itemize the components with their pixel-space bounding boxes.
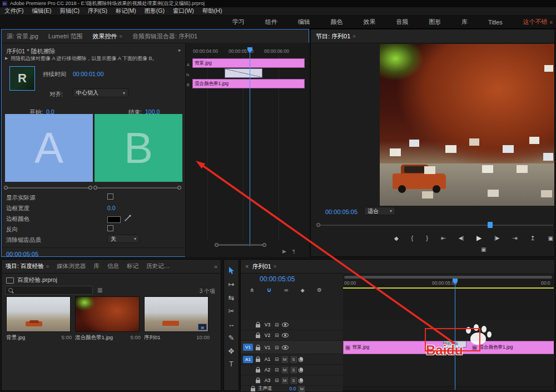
slip-tool[interactable]: ↔	[224, 317, 239, 331]
tab-source-monitor[interactable]: 源: 背景.jpg	[2, 29, 43, 43]
mini-clip-bottom[interactable]: 混合颜色带1.jpg	[192, 79, 305, 88]
solo-button[interactable]: S	[291, 378, 297, 384]
workspace-assembly[interactable]: 组件	[265, 18, 277, 26]
program-timecode[interactable]: 00:00:05:05	[325, 209, 358, 215]
panel-menu-icon[interactable]: ≡	[274, 264, 276, 269]
timeline-settings-icon[interactable]: ⚙	[317, 287, 322, 293]
track-select-forward-tool[interactable]: ↦	[224, 277, 239, 291]
eye-icon[interactable]	[282, 322, 289, 327]
track-label-v1[interactable]: V1	[263, 345, 272, 350]
timeline-play head-line[interactable]	[455, 279, 455, 390]
item-name[interactable]: 序列01	[144, 334, 161, 341]
reverse-checkbox[interactable]	[107, 225, 113, 231]
show-actual-sources-checkbox[interactable]	[107, 193, 113, 200]
menu-markers[interactable]: 标记(M)	[116, 7, 136, 15]
panel-menu-icon[interactable]: ≡	[353, 33, 355, 39]
end-slider-knob-right[interactable]	[177, 186, 181, 190]
tab-media-browser[interactable]: 媒体浏览器	[53, 260, 90, 273]
source-patch-empty[interactable]	[243, 321, 253, 329]
sync-lock-icon[interactable]: ⊟	[275, 345, 279, 350]
tab-audio-clip-mixer[interactable]: 音频剪辑混合器: 序列01	[127, 29, 202, 43]
lock-icon[interactable]	[256, 324, 260, 328]
program-playhead-marker[interactable]	[488, 222, 493, 228]
master-level-value[interactable]: 0.0	[290, 386, 296, 391]
tab-lumetri-scopes[interactable]: Lumetri 范围	[43, 29, 88, 43]
source-patch-empty[interactable]	[243, 332, 253, 339]
effect-controls-timecode[interactable]: 00:00:05:05	[6, 251, 38, 257]
mic-icon[interactable]	[300, 357, 302, 361]
snap-icon[interactable]: ∪	[267, 286, 272, 294]
end-slider-rail[interactable]	[96, 187, 180, 188]
antialias-dropdown[interactable]: 关 ▾	[107, 235, 140, 243]
start-slider-knob-left[interactable]	[4, 186, 8, 190]
mark-out-icon[interactable]: }	[426, 235, 428, 241]
panel-menu-icon[interactable]: ≡	[120, 33, 122, 39]
eyedropper-icon[interactable]	[124, 215, 131, 222]
end-slider-knob-left[interactable]	[93, 186, 97, 190]
mini-clip-top[interactable]: 背景.jpg	[192, 58, 305, 68]
border-width-value[interactable]: 0.0	[107, 205, 116, 211]
sync-lock-icon[interactable]: ⊟	[275, 367, 279, 373]
mute-button[interactable]: M	[299, 386, 305, 392]
search-input[interactable]	[5, 286, 93, 295]
sync-lock-icon[interactable]: ⊟	[275, 356, 279, 362]
track-label-a1[interactable]: A1	[263, 356, 272, 362]
sync-lock-icon[interactable]: ⊟	[275, 322, 279, 328]
mini-zoom-knob-right[interactable]	[262, 243, 266, 247]
thumbnail-blend-jpg[interactable]	[75, 296, 140, 332]
workspace-effects[interactable]: 效果	[363, 18, 375, 26]
go-to-out-icon[interactable]: ⇥	[512, 235, 517, 242]
add-marker-icon[interactable]: ◆	[301, 287, 305, 293]
sync-lock-icon[interactable]: ⊟	[275, 378, 279, 383]
menu-file[interactable]: 文件(F)	[4, 7, 23, 15]
project-item-card[interactable]: 混合颜色带1.jpg 5:00	[75, 296, 141, 341]
go-to-in-icon[interactable]: ⇤	[441, 235, 446, 242]
lock-icon[interactable]	[256, 369, 260, 373]
mini-zoom-scrollbar[interactable]	[217, 244, 265, 246]
thumbnail-sequence-01[interactable]: ▤	[144, 296, 209, 332]
mini-playhead-line[interactable]	[250, 47, 250, 246]
add-marker-icon[interactable]: ◆	[394, 235, 399, 241]
tab-info[interactable]: 信息	[103, 260, 123, 273]
mini-zoom-knob-left[interactable]	[215, 243, 219, 247]
play-edit-icon[interactable]: ▶	[282, 249, 286, 254]
linked-selection-icon[interactable]: ∞	[284, 287, 288, 293]
workspace-menu-icon[interactable]: ≡	[550, 19, 553, 25]
track-label-a3[interactable]: A3	[263, 378, 272, 383]
workspace-learning[interactable]: 学习	[232, 18, 245, 26]
border-color-swatch[interactable]	[107, 216, 121, 223]
duration-value[interactable]: 00:00:01:00	[73, 71, 103, 77]
workspace-audio[interactable]: 音频	[396, 18, 408, 26]
solo-button[interactable]: S	[291, 367, 297, 373]
timeline-clip-blend[interactable]: fx 混合颜色带1.jpg	[455, 341, 554, 354]
tab-markers[interactable]: 标记	[123, 260, 142, 273]
start-slider-rail[interactable]	[7, 187, 91, 188]
selection-tool[interactable]	[224, 264, 239, 277]
tab-effect-controls[interactable]: 效果控件≡	[88, 29, 127, 43]
comparison-view-icon[interactable]: ▣	[481, 246, 486, 252]
lock-icon[interactable]	[256, 335, 260, 338]
item-name[interactable]: 背景.jpg	[6, 334, 25, 341]
source-patch-empty[interactable]	[243, 366, 253, 374]
work-area-bar[interactable]	[343, 287, 554, 289]
workspace-color[interactable]: 颜色	[331, 18, 343, 26]
export-frame-icon[interactable]: ▣	[548, 235, 553, 241]
ripple-edit-tool[interactable]: ⇆	[224, 291, 239, 304]
tab-sequence-01[interactable]: 序列01 ≡	[249, 260, 280, 273]
panel-menu-icon[interactable]: ≡	[46, 264, 49, 269]
menu-window[interactable]: 窗口(W)	[173, 7, 194, 15]
close-icon[interactable]: ×	[241, 263, 249, 270]
play-icon[interactable]: ▶	[476, 234, 481, 242]
type-tool[interactable]: T	[224, 358, 239, 371]
fit-dropdown[interactable]: 适合 ▾	[364, 207, 395, 215]
tab-project[interactable]: 项目: 百度经验 ≡	[2, 260, 53, 273]
start-slider-knob-right[interactable]	[88, 186, 92, 190]
lock-icon[interactable]	[256, 380, 260, 383]
mute-button[interactable]: M	[282, 367, 288, 373]
lock-icon[interactable]	[256, 359, 260, 362]
mute-button[interactable]: M	[282, 378, 288, 384]
sync-lock-icon[interactable]: ⊟	[275, 333, 279, 338]
timeline-clip-background[interactable]: fx 背景.jpg	[343, 341, 455, 354]
workspace-editing[interactable]: 编辑	[298, 18, 310, 26]
lock-icon[interactable]	[251, 388, 255, 391]
